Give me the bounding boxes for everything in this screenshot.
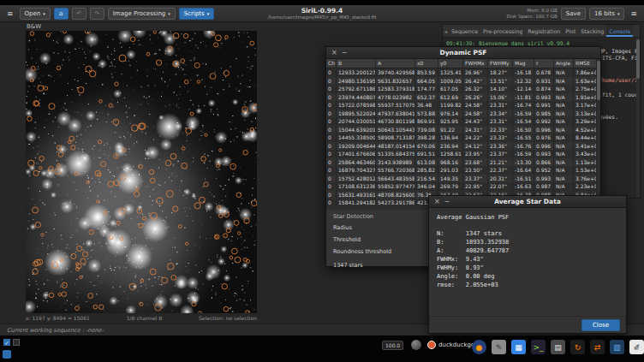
apps-grid-icon[interactable]: ▦ bbox=[511, 340, 526, 354]
slider-knob[interactable] bbox=[411, 340, 421, 350]
console-scrollbar[interactable] bbox=[636, 38, 640, 198]
tab-registration[interactable]: Registration bbox=[525, 25, 563, 37]
tab-pre-processing[interactable]: Pre-processing bbox=[480, 25, 525, 37]
open-button-label: Open bbox=[25, 10, 41, 17]
chevron-down-icon: ▾ bbox=[617, 11, 620, 16]
close-icon[interactable]: × bbox=[434, 196, 440, 207]
psf-column-b[interactable]: B bbox=[337, 59, 376, 68]
avg-line: B: 18933.352938 bbox=[437, 238, 618, 246]
duckduckgo-icon bbox=[427, 341, 436, 349]
avg-line: N: 1347 stars bbox=[437, 229, 618, 238]
psf-column-x0[interactable]: x0 bbox=[415, 59, 438, 68]
transfer-icon[interactable]: ⇄ bbox=[590, 340, 605, 354]
starfield-image bbox=[26, 31, 257, 313]
collapse-panel-icon[interactable]: ◂ bbox=[443, 25, 449, 37]
psf-row[interactable]: 023974.4408074778.023982652.37612.6926.2… bbox=[326, 93, 600, 102]
minimize-icon[interactable]: − bbox=[342, 47, 348, 58]
psf-row[interactable]: 017108.63123655852.977477346.04269.7922.… bbox=[326, 182, 600, 191]
psf-row[interactable]: 015752.42801256643.483558216.54149.3523.… bbox=[326, 175, 600, 183]
tab-plot[interactable]: Plot bbox=[563, 25, 578, 37]
psf-scrollbar[interactable] bbox=[597, 59, 600, 210]
window-title: SiriL-0.99.4 /home/user/Images/M45/r_pp_… bbox=[268, 7, 377, 21]
avg-titlebar[interactable]: × − Average Star Data bbox=[429, 196, 626, 208]
psf-row[interactable]: 019895.52202447937.638041573.88976.1424.… bbox=[326, 110, 600, 118]
avg-line: FWHMx: 9.43" bbox=[437, 255, 618, 264]
psf-row[interactable]: 016879.70432755766.720368285.82291.0323.… bbox=[326, 166, 600, 175]
psf-column-mag[interactable]: Mag bbox=[513, 59, 534, 68]
image-processing-label: Image Processing bbox=[113, 10, 166, 17]
chart-icon[interactable]: ▥ bbox=[610, 340, 624, 354]
taskbar-icons: ●✎▦>_▤↻⇄▥✐ bbox=[472, 340, 644, 354]
psf-titlebar[interactable]: × − Dynamic PSF bbox=[326, 47, 600, 59]
console-tabs: ◂SequencePre-processingRegistrationPlotS… bbox=[443, 25, 640, 38]
psf-row[interactable]: 015044.63920150643.105443739.0891.2224.3… bbox=[326, 126, 600, 134]
avg-line: A: 40829.647787 bbox=[437, 246, 618, 255]
tab-stacking[interactable]: Stacking bbox=[578, 25, 606, 37]
duckduckgo-label: duckduckgo bbox=[438, 341, 474, 348]
psf-row[interactable]: 017401.67660651335.684375691.511258.6123… bbox=[326, 150, 600, 158]
avg-line: FWHMy: 8.93" bbox=[437, 264, 618, 272]
open-button[interactable]: Open ▾ bbox=[20, 8, 51, 20]
close-icon[interactable]: × bbox=[331, 47, 337, 58]
chevron-down-icon: ▾ bbox=[168, 11, 170, 16]
psf-row[interactable]: 020744.03005146730.801198869.91925.9524.… bbox=[326, 117, 600, 126]
image-processing-button[interactable]: Image Processing ▾ bbox=[108, 8, 176, 20]
hamburger-icon[interactable]: ≡ bbox=[4, 6, 16, 21]
taskbar-app-icon[interactable] bbox=[3, 350, 11, 359]
psf-column-angle[interactable]: Angle bbox=[554, 59, 574, 68]
undo-button[interactable]: ↶ bbox=[72, 8, 86, 20]
bit-depth-dropdown[interactable]: 16 bits ▾ bbox=[589, 8, 624, 20]
psf-table-body: 012933.20012739740.429568853.591325.4126… bbox=[326, 68, 600, 207]
sync-icon[interactable]: ↻ bbox=[570, 340, 585, 354]
zoom-level[interactable]: 100.0 bbox=[382, 341, 403, 350]
avg-heading: Average Gaussian PSF bbox=[437, 213, 618, 222]
memory-info: Mem: 6.0 GB Disk Space: 180.7 GB bbox=[506, 8, 557, 19]
home-button[interactable]: ⌂ bbox=[54, 8, 69, 20]
minimize-icon[interactable]: − bbox=[444, 196, 450, 207]
psf-row[interactable]: 024980.1361955631.832657664.051009.0526.… bbox=[326, 77, 600, 86]
chevron-down-icon: ▾ bbox=[43, 11, 45, 16]
psf-column-fwhmx[interactable]: FWHMx bbox=[463, 59, 488, 68]
scripts-label: Scripts bbox=[184, 10, 205, 17]
psf-row[interactable]: 025792.67118612583.379318174.77617.0526.… bbox=[326, 85, 600, 93]
image-statusbar: x: 1197 y: 8494 = 15061 1/B channel B Se… bbox=[26, 315, 257, 321]
channel-info: 1/B channel B bbox=[127, 315, 163, 321]
tab-console[interactable]: Console bbox=[606, 25, 633, 37]
firefox-icon[interactable]: ● bbox=[472, 340, 486, 354]
psf-column-rmse[interactable]: RMSE bbox=[574, 59, 597, 68]
disk-label: Disk Space: 180.7 GB bbox=[506, 14, 557, 20]
psf-table[interactable]: ChBAx0y0FWHMxFWHMyMagrAngleRMSE 012933.2… bbox=[326, 59, 600, 210]
psf-row[interactable]: 019209.00464448187.014154670.06236.9424.… bbox=[326, 142, 600, 151]
working-sequence-label: Current working sequence : -none- bbox=[7, 327, 104, 334]
terminal-icon[interactable]: >_ bbox=[531, 340, 546, 354]
gimp-icon[interactable]: ✎ bbox=[492, 340, 506, 354]
psf-column-y0[interactable]: y0 bbox=[438, 59, 463, 68]
save-button[interactable]: Save bbox=[561, 8, 586, 20]
layer-toggles: ✓ bbox=[3, 339, 20, 346]
chevron-down-icon: ▾ bbox=[207, 11, 210, 16]
app-menu-icon[interactable]: ≡ bbox=[628, 6, 640, 21]
screen: ≡ Open ▾ ⌂ ↶ ↷ Image Processing ▾ Script… bbox=[0, 0, 644, 362]
selection-info: Selection: no selection bbox=[199, 315, 257, 321]
duckduckgo-launcher[interactable]: duckduckgo bbox=[427, 341, 474, 349]
redo-button[interactable]: ↷ bbox=[90, 8, 104, 20]
layer-checkbox-checked[interactable]: ✓ bbox=[3, 339, 10, 346]
psf-column-r[interactable]: r bbox=[534, 59, 554, 68]
psf-row[interactable]: 025864.4634603143.938989613.08968.1623.6… bbox=[326, 158, 600, 167]
psf-column-a[interactable]: A bbox=[376, 59, 415, 68]
image-viewport[interactable] bbox=[26, 31, 257, 313]
psf-row[interactable]: 014455.33850058908.713187398.28136.9424.… bbox=[326, 134, 600, 142]
close-button[interactable]: Close bbox=[581, 319, 620, 331]
layer-checkbox-unchecked[interactable] bbox=[13, 339, 20, 346]
taskbar-menu-icon[interactable]: ≡ bbox=[634, 345, 640, 353]
scripts-button[interactable]: Scripts ▾ bbox=[179, 8, 214, 20]
psf-row[interactable]: 015722.07859855937.51707536.481199.8224.… bbox=[326, 101, 600, 110]
psf-column-fwhmy[interactable]: FWHMy bbox=[488, 59, 513, 68]
tab-sequence[interactable]: Sequence bbox=[449, 25, 480, 37]
titlebar: ≡ Open ▾ ⌂ ↶ ↷ Image Processing ▾ Script… bbox=[0, 5, 644, 22]
bit-depth-label: 16 bits bbox=[594, 10, 615, 17]
psf-row[interactable]: 012933.20012739740.429568853.591325.4126… bbox=[326, 68, 600, 77]
cursor-coordinates: x: 1197 y: 8494 = 15061 bbox=[26, 315, 90, 321]
psf-column-ch[interactable]: Ch bbox=[326, 59, 337, 68]
files-icon[interactable]: ▤ bbox=[551, 340, 565, 354]
